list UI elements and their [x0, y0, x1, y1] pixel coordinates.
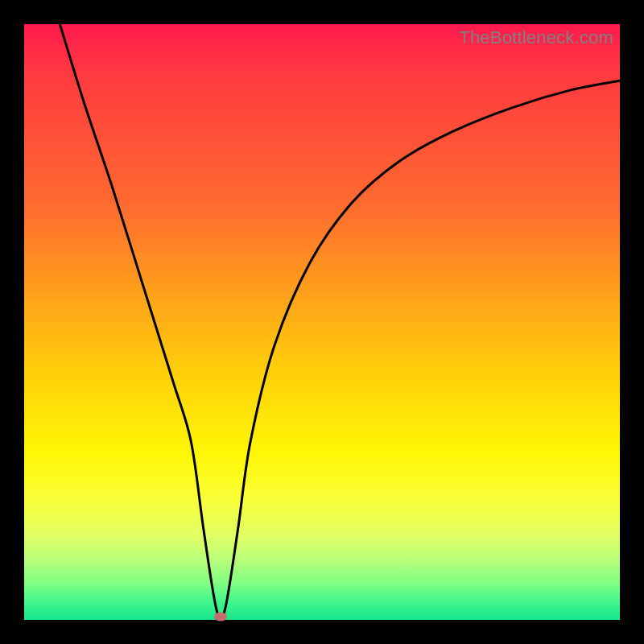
curve-svg — [24, 24, 620, 620]
chart-frame: TheBottleneck.com — [0, 0, 644, 644]
optimal-point-marker — [214, 613, 227, 621]
plot-area: TheBottleneck.com — [24, 24, 620, 620]
bottleneck-curve — [60, 24, 620, 617]
